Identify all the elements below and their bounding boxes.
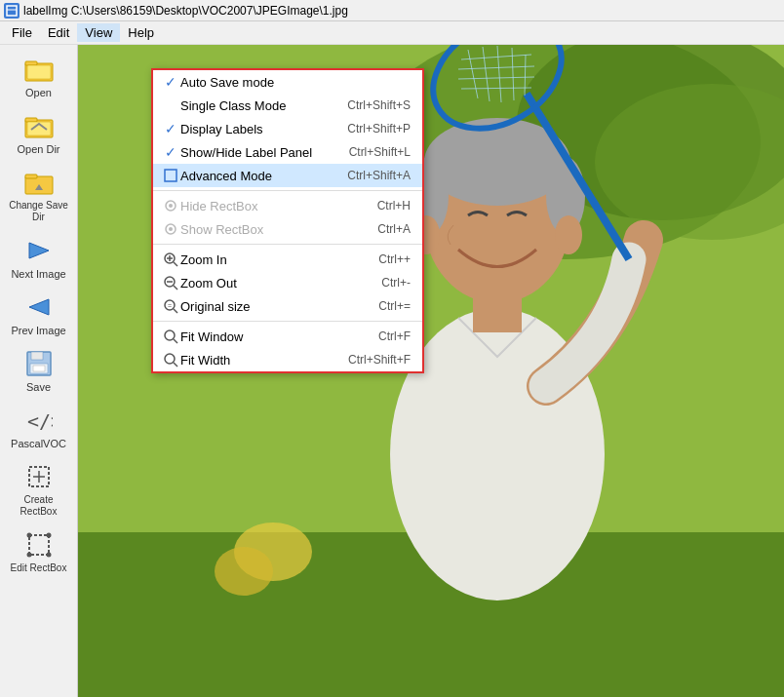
svg-point-48 <box>555 215 582 254</box>
separator-3 <box>153 321 422 322</box>
sidebar-edit-rectbox[interactable]: Edit RectBox <box>4 524 74 579</box>
menu-item-original-size[interactable]: = Original size Ctrl+= <box>153 294 422 318</box>
check-hide-rectbox <box>161 198 180 213</box>
save-icon <box>23 348 55 379</box>
menu-view[interactable]: View <box>77 23 120 42</box>
menu-file[interactable]: File <box>4 23 40 42</box>
svg-text:</>: </> <box>27 409 53 433</box>
single-class-label: Single Class Mode <box>180 98 328 113</box>
sidebar-next-image[interactable]: Next Image <box>4 230 74 285</box>
svg-point-23 <box>26 553 31 558</box>
view-dropdown-menu[interactable]: ✓ Auto Save mode Single Class Mode Ctrl+… <box>151 68 424 373</box>
menu-item-zoom-out[interactable]: Zoom Out Ctrl+- <box>153 271 422 294</box>
svg-point-55 <box>169 227 173 231</box>
prev-image-label: Prev Image <box>11 325 65 336</box>
zoom-out-shortcut: Ctrl+- <box>381 276 411 290</box>
content-area: ✓ Auto Save mode Single Class Mode Ctrl+… <box>78 45 784 697</box>
next-image-icon <box>23 235 55 266</box>
advanced-mode-label: Advanced Mode <box>180 169 328 183</box>
svg-point-21 <box>26 533 31 538</box>
fit-width-icon <box>161 352 180 368</box>
menu-item-single-class[interactable]: Single Class Mode Ctrl+Shift+S <box>153 94 422 117</box>
svg-line-57 <box>174 262 177 266</box>
check-display-labels: ✓ <box>161 121 180 136</box>
menu-item-auto-save[interactable]: ✓ Auto Save mode <box>153 70 422 94</box>
svg-rect-3 <box>25 61 37 65</box>
fit-window-label: Fit Window <box>180 329 359 344</box>
sidebar-open-dir[interactable]: Open Dir <box>4 105 74 160</box>
fit-width-label: Fit Width <box>180 353 329 368</box>
show-hide-label-label: Show/Hide Label Panel <box>180 145 330 160</box>
check-show-rectbox <box>161 221 180 237</box>
hide-rectbox-label: Hide RectBox <box>180 199 358 213</box>
display-labels-shortcut: Ctrl+Shift+P <box>347 122 411 136</box>
open-icon <box>23 54 55 85</box>
menu-item-fit-window[interactable]: Fit Window Ctrl+F <box>153 325 422 348</box>
create-rectbox-label: Create RectBox <box>7 494 71 518</box>
svg-point-68 <box>165 354 175 364</box>
main-layout: Open Open Dir Change Save <box>0 45 784 697</box>
menu-item-hide-rectbox[interactable]: Hide RectBox Ctrl+H <box>153 194 422 217</box>
single-class-shortcut: Ctrl+Shift+S <box>347 98 411 112</box>
svg-rect-51 <box>165 170 176 181</box>
zoom-in-label: Zoom In <box>180 252 359 267</box>
check-advanced-mode <box>161 168 180 183</box>
menu-item-zoom-in[interactable]: Zoom In Ctrl++ <box>153 248 422 271</box>
display-labels-label: Display Labels <box>180 122 328 136</box>
menu-edit[interactable]: Edit <box>40 23 77 42</box>
svg-rect-13 <box>31 352 43 360</box>
open-dir-icon <box>23 110 55 141</box>
menu-bar: File Edit View Help <box>0 21 784 45</box>
svg-rect-46 <box>473 293 522 332</box>
sidebar-prev-image[interactable]: Prev Image <box>4 287 74 341</box>
menu-item-show-hide-label[interactable]: ✓ Show/Hide Label Panel Ctrl+Shift+L <box>153 140 422 164</box>
svg-rect-6 <box>25 118 37 122</box>
next-image-label: Next Image <box>11 268 65 280</box>
hide-rectbox-shortcut: Ctrl+H <box>377 199 411 213</box>
menu-item-show-rectbox[interactable]: Show RectBox Ctrl+A <box>153 217 422 241</box>
svg-rect-0 <box>7 6 17 16</box>
fit-window-icon <box>161 329 180 344</box>
sidebar-save[interactable]: Save <box>4 343 74 398</box>
zoom-out-label: Zoom Out <box>180 276 362 290</box>
app-icon <box>4 3 20 19</box>
separator-1 <box>153 190 422 191</box>
edit-rectbox-icon <box>23 529 55 561</box>
sidebar-open[interactable]: Open <box>4 49 74 103</box>
change-save-icon <box>23 167 55 198</box>
sidebar-change-save[interactable]: Change Save Dir <box>4 162 74 228</box>
show-rectbox-shortcut: Ctrl+A <box>377 222 411 236</box>
auto-save-label: Auto Save mode <box>180 75 391 90</box>
menu-item-fit-width[interactable]: Fit Width Ctrl+Shift+F <box>153 348 422 371</box>
menu-item-advanced-mode[interactable]: Advanced Mode Ctrl+Shift+A <box>153 164 422 187</box>
pascal-voc-icon: </> <box>23 405 55 436</box>
menu-help[interactable]: Help <box>120 23 162 42</box>
svg-text:=: = <box>168 302 172 309</box>
advanced-mode-shortcut: Ctrl+Shift+A <box>347 169 411 182</box>
svg-line-61 <box>174 286 177 290</box>
title-text: labelImg C:\Users\86159\Desktop\VOC2007\… <box>23 4 348 18</box>
svg-marker-11 <box>29 299 49 315</box>
svg-rect-15 <box>33 366 45 371</box>
zoom-out-icon <box>161 275 180 290</box>
svg-marker-10 <box>29 243 49 258</box>
sidebar-create-rectbox[interactable]: Create RectBox <box>4 456 74 523</box>
open-dir-label: Open Dir <box>17 143 59 155</box>
sidebar-pascal-voc[interactable]: </> PascalVOC <box>4 400 74 454</box>
svg-line-64 <box>174 309 177 313</box>
svg-point-53 <box>169 204 173 208</box>
original-size-label: Original size <box>180 299 359 314</box>
check-show-hide-label: ✓ <box>161 144 180 160</box>
pascal-voc-label: PascalVOC <box>11 438 66 449</box>
change-save-label: Change Save Dir <box>7 200 71 223</box>
original-size-icon: = <box>161 298 180 314</box>
zoom-in-icon <box>161 252 180 267</box>
fit-width-shortcut: Ctrl+Shift+F <box>348 353 411 367</box>
prev-image-icon <box>23 291 55 323</box>
svg-point-24 <box>46 553 51 558</box>
menu-item-display-labels[interactable]: ✓ Display Labels Ctrl+Shift+P <box>153 117 422 140</box>
svg-line-69 <box>174 363 177 367</box>
svg-rect-4 <box>27 65 51 79</box>
svg-point-50 <box>215 547 273 596</box>
separator-2 <box>153 244 422 245</box>
